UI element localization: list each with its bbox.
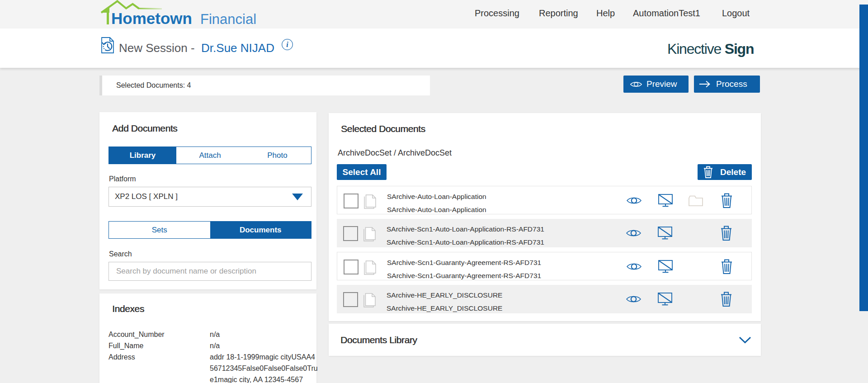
svg-text:Financial: Financial — [200, 11, 256, 27]
svg-text:i: i — [286, 41, 288, 48]
svg-text:Hometown: Hometown — [111, 9, 192, 27]
